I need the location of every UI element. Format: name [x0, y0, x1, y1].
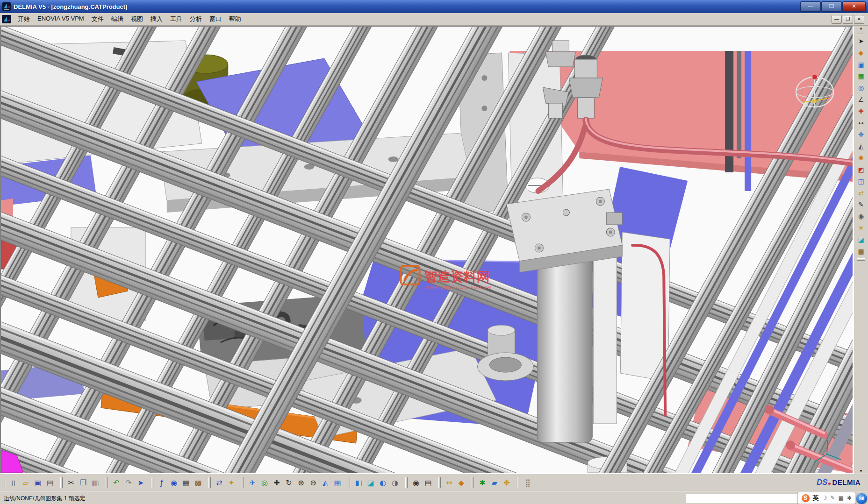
- knowledge-inspector-button[interactable]: ◉: [168, 476, 180, 489]
- erase-icon: ▰: [492, 478, 497, 487]
- cut-button[interactable]: ✂: [65, 476, 77, 489]
- ime-settings-icon[interactable]: ✱: [847, 495, 852, 501]
- menu-item-start[interactable]: 开始: [14, 14, 34, 25]
- menu-item-view[interactable]: 视图: [127, 14, 147, 25]
- copy-button[interactable]: ❐: [77, 476, 89, 489]
- zoom-in-button[interactable]: ⊕: [295, 476, 307, 489]
- new-file-button[interactable]: ▯: [7, 476, 20, 489]
- knowledgeware-button[interactable]: ✥: [501, 476, 513, 489]
- rotate-button[interactable]: ↻: [283, 476, 295, 489]
- toolbar-grip[interactable]: [517, 477, 519, 488]
- apply-material-button[interactable]: ◪: [855, 234, 867, 245]
- toolbar-grip[interactable]: [405, 477, 408, 488]
- menu-item-insert[interactable]: 插入: [147, 14, 166, 25]
- coincidence-constraint-icon: ◎: [858, 84, 864, 92]
- manipulate-button[interactable]: ◭: [855, 141, 867, 152]
- toolbar-grip[interactable]: [438, 477, 441, 488]
- shading-mode-button[interactable]: ◪: [365, 476, 377, 489]
- ds-logo-icon: DS: [817, 478, 831, 487]
- mass-properties-button[interactable]: ◆: [455, 476, 467, 489]
- update-button[interactable]: ✱: [476, 476, 488, 489]
- save-button[interactable]: ▣: [32, 476, 44, 489]
- toolbar-scroll-down-icon[interactable]: ▼: [859, 469, 863, 473]
- explode-button[interactable]: ✺: [855, 152, 867, 163]
- toolbar-grip[interactable]: [106, 477, 108, 488]
- snap-tool-button[interactable]: ✥: [855, 129, 867, 140]
- toolbar-grip[interactable]: [242, 477, 244, 488]
- ime-toolbar[interactable]: S 英 ☽ ✎ ▦ ✱: [797, 492, 856, 504]
- ime-keyboard-icon[interactable]: ▦: [839, 495, 844, 501]
- 3d-viewport[interactable]: 智造资料网 WWW.ZHIZAOZILIAO.COM: [0, 26, 854, 474]
- camera-button[interactable]: ◉: [855, 211, 867, 222]
- zoom-out-button[interactable]: ⊖: [307, 476, 319, 489]
- workbench-button[interactable]: ◆: [855, 47, 867, 58]
- formula-button[interactable]: ƒ: [156, 476, 168, 489]
- ime-moon-icon[interactable]: ☽: [822, 495, 827, 501]
- insert-part-button[interactable]: ▣: [855, 59, 867, 70]
- measure-between-button[interactable]: ⇄: [855, 187, 867, 199]
- normal-view-button[interactable]: ◭: [319, 476, 331, 489]
- ime-language-toggle[interactable]: 英: [813, 494, 819, 502]
- fit-all-in-button[interactable]: ◎: [258, 476, 271, 489]
- quick-capture-button[interactable]: ◉: [410, 476, 422, 489]
- fly-mode-button[interactable]: ✈: [246, 476, 258, 489]
- swap-visible-space-button[interactable]: ◑: [389, 476, 401, 489]
- menu-item-file[interactable]: 文件: [88, 14, 108, 25]
- hide-show-button[interactable]: ◐: [377, 476, 389, 489]
- undo-button[interactable]: ↶: [110, 476, 122, 489]
- open-file-button[interactable]: ▱: [20, 476, 32, 489]
- print-button[interactable]: ▤: [44, 476, 56, 489]
- toolbar-grip[interactable]: [472, 477, 474, 488]
- menu-item-edit[interactable]: 编辑: [108, 14, 127, 25]
- toolbar-grip[interactable]: [151, 477, 153, 488]
- paste-button[interactable]: ▥: [89, 476, 101, 489]
- catalog-button[interactable]: ▤: [855, 246, 867, 257]
- erase-button[interactable]: ▰: [488, 476, 501, 489]
- mdi-close-button[interactable]: ✕: [854, 15, 864, 24]
- toolbar-scroll-up-icon[interactable]: ▲: [859, 26, 863, 30]
- pan-button[interactable]: ✚: [271, 476, 283, 489]
- toolbar-grip[interactable]: [857, 32, 865, 34]
- menu-item-help[interactable]: 帮助: [225, 14, 245, 25]
- manipulate-icon: ◭: [859, 142, 864, 150]
- mdi-restore-button[interactable]: ❐: [843, 15, 853, 24]
- window-maximize-button[interactable]: ❐: [821, 1, 842, 12]
- window-close-button[interactable]: ✕: [842, 1, 866, 12]
- select-tool-button[interactable]: ➤: [855, 35, 867, 47]
- mdi-minimize-button[interactable]: —: [832, 15, 842, 24]
- tray-badge[interactable]: 98: [856, 493, 867, 504]
- menu-item-enovia-v5-vpm[interactable]: ENOVIA V5 VPM: [34, 14, 88, 25]
- iso-view-button[interactable]: ◧: [352, 476, 365, 489]
- data-exchange-button[interactable]: ⇄: [213, 476, 225, 489]
- menu-item-tools[interactable]: 工具: [166, 14, 186, 25]
- move-tool-button[interactable]: ↔: [855, 117, 867, 128]
- multi-view-button[interactable]: ▦: [331, 476, 344, 489]
- menu-item-window[interactable]: 窗口: [206, 14, 225, 25]
- toolbar-grip[interactable]: [60, 477, 63, 488]
- toolbar-group: ⇄✦: [208, 476, 237, 489]
- annotation-button[interactable]: ✎: [855, 199, 867, 210]
- ime-pen-icon[interactable]: ✎: [831, 495, 835, 501]
- catalog-browser-button[interactable]: ▩: [192, 476, 204, 489]
- sectioning-button[interactable]: ◫: [855, 176, 867, 187]
- window-minimize-button[interactable]: —: [800, 1, 821, 12]
- redo-button[interactable]: ↷: [122, 476, 135, 489]
- sogou-logo-icon[interactable]: S: [802, 494, 810, 502]
- customize-button[interactable]: ⣿: [522, 476, 534, 489]
- clash-analysis-button[interactable]: ◩: [855, 164, 867, 175]
- coincidence-constraint-button[interactable]: ◎: [855, 82, 867, 93]
- fix-constraint-button[interactable]: ✚: [855, 106, 867, 117]
- design-table-button[interactable]: ▦: [180, 476, 192, 489]
- toolbar-grip[interactable]: [208, 477, 211, 488]
- toolbar-grip[interactable]: [857, 258, 865, 261]
- light-source-button[interactable]: ☀: [855, 222, 867, 234]
- menu-item-analysis[interactable]: 分析: [186, 14, 206, 25]
- toolbar-grip[interactable]: [348, 477, 350, 488]
- album-button[interactable]: ▤: [422, 476, 434, 489]
- insert-product-button[interactable]: ▦: [855, 71, 867, 82]
- measure-button[interactable]: ↔: [443, 476, 455, 489]
- angle-constraint-button[interactable]: ∠: [855, 94, 867, 105]
- publication-button[interactable]: ✦: [225, 476, 237, 489]
- toolbar-grip[interactable]: [3, 477, 5, 488]
- context-help-button[interactable]: ➤: [135, 476, 147, 489]
